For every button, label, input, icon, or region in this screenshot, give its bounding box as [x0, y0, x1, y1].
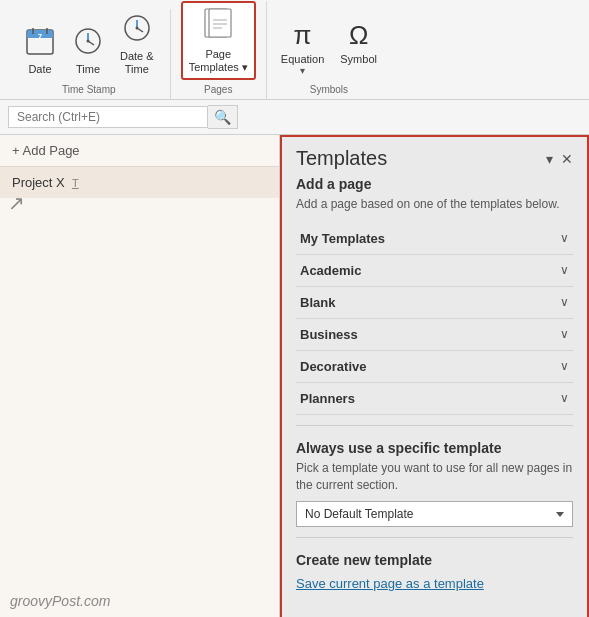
template-item-decorative[interactable]: Decorative ∨: [296, 351, 573, 383]
templates-dropdown-icon[interactable]: ▾: [546, 151, 553, 167]
decorative-chevron: ∨: [560, 359, 569, 373]
template-item-my-templates[interactable]: My Templates ∨: [296, 223, 573, 255]
templates-body: Add a page Add a page based on one of th…: [282, 176, 587, 617]
always-section: Always use a specific template Pick a te…: [296, 440, 573, 528]
time-button[interactable]: Time: [66, 22, 110, 80]
always-heading: Always use a specific template: [296, 440, 573, 456]
time-icon: [73, 26, 103, 61]
business-chevron: ∨: [560, 327, 569, 341]
academic-label: Academic: [300, 263, 361, 278]
create-heading: Create new template: [296, 552, 573, 568]
default-template-dropdown[interactable]: No Default Template: [296, 501, 573, 527]
date-icon: 7: [25, 26, 55, 61]
planners-label: Planners: [300, 391, 355, 406]
template-item-planners[interactable]: Planners ∨: [296, 383, 573, 415]
page-templates-icon: [202, 7, 234, 46]
decorative-label: Decorative: [300, 359, 366, 374]
add-page-label: + Add Page: [12, 143, 80, 158]
page-item[interactable]: Project X T: [0, 167, 279, 198]
main-content: + Add Page Project X T ↗ groovyPost.com …: [0, 135, 589, 617]
equation-dropdown-arrow: ▾: [300, 65, 305, 76]
omega-icon: Ω: [349, 20, 368, 51]
templates-close-icon[interactable]: ✕: [561, 151, 573, 167]
svg-point-12: [135, 26, 138, 29]
template-list: My Templates ∨ Academic ∨ Blank ∨ Busine…: [296, 223, 573, 415]
templates-header-icons: ▾ ✕: [546, 151, 573, 167]
templates-panel: Templates ▾ ✕ Add a page Add a page base…: [280, 135, 589, 617]
left-panel: + Add Page Project X T ↗ groovyPost.com: [0, 135, 280, 617]
always-description: Pick a template you want to use for all …: [296, 460, 573, 494]
page-templates-label: PageTemplates ▾: [189, 48, 248, 74]
svg-rect-14: [209, 9, 231, 37]
my-templates-chevron: ∨: [560, 231, 569, 245]
create-section: Create new template Save current page as…: [296, 552, 573, 591]
equation-icon: π: [294, 20, 312, 51]
template-item-blank[interactable]: Blank ∨: [296, 287, 573, 319]
save-template-link[interactable]: Save current page as a template: [296, 576, 484, 591]
time-label: Time: [76, 63, 100, 76]
svg-point-8: [87, 39, 90, 42]
datetime-label: Date &Time: [120, 50, 154, 76]
planners-chevron: ∨: [560, 391, 569, 405]
symbols-group: π Equation ▾ Ω Symbol Symbols: [267, 12, 391, 99]
timestamp-buttons: 7 Date Time: [18, 9, 160, 80]
academic-chevron: ∨: [560, 263, 569, 277]
symbols-group-label: Symbols: [310, 84, 348, 95]
symbol-button[interactable]: Ω Symbol: [336, 16, 381, 80]
add-page-heading: Add a page: [296, 176, 573, 192]
svg-text:7: 7: [38, 32, 43, 41]
expand-arrow[interactable]: ↗: [8, 191, 25, 215]
search-input[interactable]: [8, 106, 208, 128]
my-templates-label: My Templates: [300, 231, 385, 246]
pages-group-label: Pages: [204, 84, 232, 95]
datetime-icon: [122, 13, 152, 48]
page-tab-indicator: T: [72, 177, 79, 189]
watermark: groovyPost.com: [10, 593, 110, 609]
search-button[interactable]: 🔍: [208, 105, 238, 129]
date-button[interactable]: 7 Date: [18, 22, 62, 80]
divider2: [296, 537, 573, 538]
templates-title: Templates: [296, 147, 387, 170]
pages-group: PageTemplates ▾ Pages: [171, 1, 267, 99]
timestamp-group-label: Time Stamp: [62, 84, 116, 95]
search-bar: 🔍: [0, 100, 589, 135]
add-page-button[interactable]: + Add Page: [0, 135, 279, 167]
blank-label: Blank: [300, 295, 335, 310]
template-item-academic[interactable]: Academic ∨: [296, 255, 573, 287]
symbol-label: Symbol: [340, 53, 377, 65]
add-page-description: Add a page based on one of the templates…: [296, 196, 573, 213]
datetime-button[interactable]: Date &Time: [114, 9, 160, 80]
symbols-row: π Equation ▾ Ω Symbol: [277, 16, 381, 80]
equation-button[interactable]: π Equation ▾: [277, 16, 328, 80]
blank-chevron: ∨: [560, 295, 569, 309]
equation-label: Equation: [281, 53, 324, 65]
ribbon: 7 Date Time: [0, 0, 589, 100]
date-label: Date: [28, 63, 51, 76]
page-templates-button[interactable]: PageTemplates ▾: [181, 1, 256, 80]
timestamp-group: 7 Date Time: [8, 9, 171, 99]
divider1: [296, 425, 573, 426]
business-label: Business: [300, 327, 358, 342]
template-item-business[interactable]: Business ∨: [296, 319, 573, 351]
templates-header: Templates ▾ ✕: [282, 137, 587, 176]
page-item-label: Project X: [12, 175, 65, 190]
